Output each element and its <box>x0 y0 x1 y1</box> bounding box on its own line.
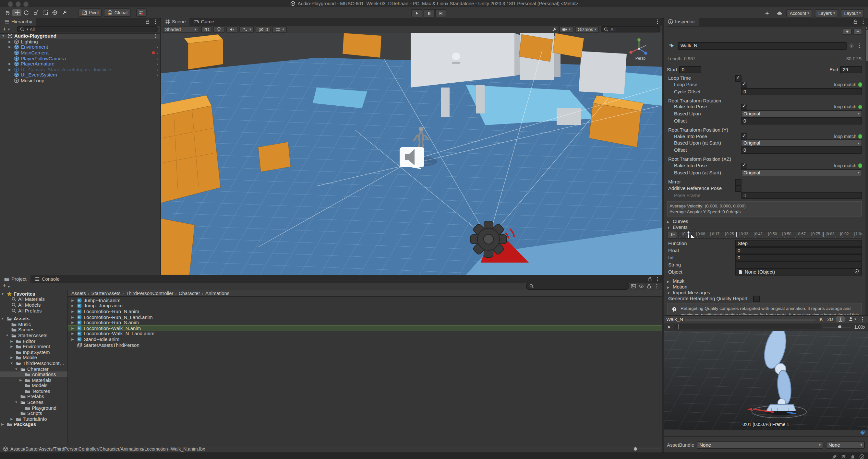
mask-foldout[interactable]: ▶Mask <box>664 278 865 284</box>
tab-hierarchy[interactable]: Hierarchy <box>0 18 36 26</box>
float-input[interactable]: 0 <box>735 247 862 254</box>
loop-time-checkbox[interactable] <box>735 75 742 81</box>
lighting-toggle-button[interactable] <box>214 26 225 33</box>
lock-icon[interactable] <box>647 276 653 282</box>
step-button[interactable] <box>435 9 446 18</box>
tab-project[interactable]: Project <box>0 275 30 283</box>
create-object-button[interactable]: + <box>3 26 6 32</box>
loop-pose-checkbox[interactable] <box>741 81 747 88</box>
project-search-input[interactable] <box>526 283 629 290</box>
hierarchy-item-audio-playground[interactable]: ▼Audio-Playground <box>0 33 160 39</box>
preview-scrubber[interactable] <box>674 324 821 329</box>
offset-input[interactable]: 0 <box>741 147 862 154</box>
folder-item-prefabs[interactable]: Prefabs <box>0 394 67 399</box>
account-dropdown[interactable]: Account▾ <box>786 9 812 18</box>
folder-item-all-models[interactable]: All Models <box>0 302 67 307</box>
bake-into-pose-checkbox[interactable] <box>741 104 747 110</box>
effects-dropdown[interactable]: ▾ <box>240 26 254 33</box>
global-toggle-button[interactable]: Global <box>104 8 131 17</box>
folder-item-music[interactable]: Music <box>0 322 67 327</box>
file-item-locomotion-run-s-anim[interactable]: ▶Locomotion--Run_S.anim <box>68 320 662 325</box>
events-foldout[interactable]: ▼Events <box>664 224 865 230</box>
tab-game[interactable]: Game <box>190 18 218 26</box>
audio-toggle-button[interactable] <box>227 26 238 33</box>
preview-playhead[interactable] <box>679 324 679 329</box>
bake-into-pose-checkbox[interactable] <box>741 162 747 169</box>
baking-off-icon[interactable] <box>841 454 846 459</box>
file-item-stand-idle-anim[interactable]: ▶Stand--Idle.anim <box>68 336 662 342</box>
folder-item-models[interactable]: Models <box>0 383 67 388</box>
rect-tool-button[interactable] <box>41 9 50 16</box>
breadcrumb-character[interactable]: Character <box>179 290 200 296</box>
pivot-view-button[interactable] <box>836 316 845 322</box>
folder-item-playground[interactable]: Playground <box>0 405 67 411</box>
folder-item-editor[interactable]: ▶Editor <box>0 338 67 344</box>
breadcrumb-assets[interactable]: Assets <box>71 290 86 296</box>
assetbundle-dropdown[interactable]: None▾ <box>697 441 823 449</box>
tab-inspector[interactable]: Inspector <box>664 18 699 26</box>
folder-item-textures[interactable]: Textures <box>0 388 67 394</box>
hierarchy-item-maincamera[interactable]: MainCamera› <box>0 50 160 56</box>
end-input[interactable]: 29 <box>840 66 862 73</box>
2d-toggle-button[interactable]: 2D <box>201 26 212 33</box>
file-item-locomotion-run-n-anim[interactable]: ▶Locomotion--Run_N.anim <box>68 308 662 314</box>
layers-dropdown[interactable]: Layers▾ <box>815 9 838 18</box>
lock-icon[interactable] <box>144 19 150 25</box>
tab-scene[interactable]: Scene <box>161 18 190 26</box>
grid-snap-button[interactable] <box>136 8 146 17</box>
rotate-tool-button[interactable] <box>22 9 31 16</box>
kebab-menu-icon[interactable] <box>860 316 865 322</box>
breadcrumb-starterassets[interactable]: StarterAssets <box>91 290 120 296</box>
kebab-menu-icon[interactable] <box>152 19 158 25</box>
scale-tool-button[interactable] <box>31 9 40 16</box>
generate-report-checkbox[interactable] <box>753 295 760 302</box>
add-clip-button[interactable]: + <box>843 28 852 35</box>
asset-label-icon[interactable] <box>860 430 865 436</box>
thumbnail-size-slider[interactable] <box>634 447 660 451</box>
prefab-chevron[interactable]: › <box>156 62 158 66</box>
hierarchy-search-input[interactable]: ▾ All <box>17 26 157 33</box>
hierarchy-item-playerfollowcamera[interactable]: PlayerFollowCamera› <box>0 56 160 61</box>
file-item-jump-inair-anim[interactable]: ▶Jump--InAir.anim <box>68 298 662 303</box>
close-window-button[interactable] <box>8 2 13 7</box>
hierarchy-item-lighting[interactable]: ▶Lighting <box>0 39 160 44</box>
mirror-checkbox[interactable] <box>735 178 742 185</box>
preview-play-button[interactable] <box>666 324 672 330</box>
kebab-menu-icon[interactable] <box>655 19 660 25</box>
hierarchy-item-ui-canvas-starterassetsinputs-joysticks[interactable]: ▶UI_Canvas_StarterAssetsInputs_Joysticks… <box>0 67 160 72</box>
file-item-locomotion-run-n-land-anim[interactable]: ▶Locomotion--Run_N_Land.anim <box>68 315 662 320</box>
function-input[interactable]: Step <box>735 240 862 247</box>
remove-clip-button[interactable]: − <box>853 28 862 35</box>
bake-into-pose-checkbox[interactable] <box>741 133 747 140</box>
clip-name-input[interactable] <box>678 42 846 50</box>
hierarchy-item-musicloop[interactable]: MusicLoop <box>0 78 160 84</box>
file-item-jump-jump-anim[interactable]: ▶Jump--Jump.anim <box>68 303 662 308</box>
preview-viewport[interactable]: 0:01 (005.6%) Frame 1 <box>664 331 868 429</box>
kebab-menu-icon[interactable] <box>856 43 862 48</box>
int-input[interactable]: 0 <box>735 254 862 261</box>
folder-item-favorites[interactable]: ▼Favorites <box>0 291 67 297</box>
hand-tool-button[interactable] <box>3 9 12 16</box>
folder-item-character[interactable]: ▼Character <box>0 366 67 371</box>
based-upon-dropdown[interactable]: Original▾ <box>741 110 862 117</box>
persp-label[interactable]: Persp <box>636 56 646 60</box>
folder-item-mobile[interactable]: ▶Mobile <box>0 355 67 360</box>
based-upon-at-start-dropdown[interactable]: Original▾ <box>741 169 862 176</box>
create-asset-dropdown-arrow[interactable]: ▾ <box>8 284 10 288</box>
start-input[interactable]: 0 <box>679 66 701 73</box>
lock-icon[interactable] <box>852 19 858 25</box>
auto-lighting-off-icon[interactable] <box>832 454 838 459</box>
folder-item-all-prefabs[interactable]: All Prefabs <box>0 308 67 314</box>
inspector-scrollbar[interactable]: ▲ <box>865 26 868 322</box>
lock-icon[interactable] <box>646 283 652 289</box>
folder-item-scenes[interactable]: ▼Scenes <box>0 400 67 405</box>
motion-foldout[interactable]: ▶Motion <box>664 284 865 290</box>
preview-2d-button[interactable]: 2D <box>826 317 835 322</box>
camera-settings-dropdown[interactable]: ▾ <box>559 26 573 33</box>
prefab-chevron[interactable]: › <box>156 45 158 50</box>
breadcrumb-thirdpersoncontroller[interactable]: ThirdPersonController <box>126 290 174 296</box>
based-upon-at-start-dropdown[interactable]: Original▾ <box>741 140 862 147</box>
folder-item-animations[interactable]: Animations <box>0 372 67 377</box>
pause-button[interactable] <box>423 9 434 18</box>
preview-drag-handle[interactable] <box>685 318 815 321</box>
